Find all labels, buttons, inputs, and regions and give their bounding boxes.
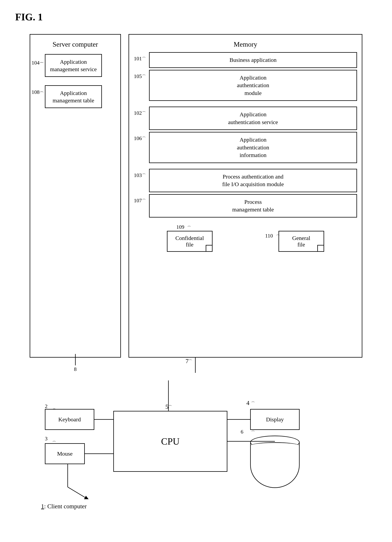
- bottom-section: 2 ⌒ Keyboard 3 ⌒ Mouse CPU 5 ⌒ 4 ⌒ Displ…: [30, 380, 362, 514]
- memory-item-101: 101⌒ Business application: [134, 52, 357, 68]
- client-label: 1: Client computer: [41, 503, 87, 510]
- memory-item-106: 106⌒ Applicationauthenticationinformatio…: [134, 132, 357, 163]
- confidential-file-box: Confidentialfile: [167, 231, 212, 252]
- memory-item-105: 105⌒ Applicationauthenticationmodule: [134, 70, 357, 101]
- memory-label: Memory: [134, 40, 357, 48]
- server-label: Server computer: [53, 40, 98, 48]
- app-mgmt-table-box: Application management table: [45, 85, 102, 108]
- keyboard-box: Keyboard: [45, 409, 94, 430]
- memory-item-107: 107⌒ Processmanagement table: [134, 194, 357, 217]
- cpu-box: CPU: [113, 411, 227, 472]
- ref-109: 109: [176, 224, 184, 230]
- ref-104: 104: [32, 60, 40, 66]
- app-mgmt-service-box: Application management service: [45, 54, 102, 77]
- server-computer-box: Server computer 104 ⌒ Application manage…: [30, 34, 121, 358]
- ref-2: 2: [45, 403, 48, 409]
- ref-110: 110: [265, 233, 273, 239]
- general-file-box: Generalfile: [279, 231, 324, 252]
- memory-item-103: 103⌒ Process authentication andfile I/O …: [134, 169, 357, 192]
- mouse-box: Mouse: [45, 443, 85, 464]
- files-section: 109 ⌒ Confidentialfile 110 ⌒ Generalfile: [134, 231, 357, 252]
- page-title: FIG. 1: [15, 11, 377, 23]
- svg-line-6: [68, 487, 87, 499]
- ref-108: 108: [32, 89, 40, 95]
- memory-box: Memory 101⌒ Business application 105⌒ Ap…: [128, 34, 362, 358]
- display-box: Display: [250, 409, 300, 430]
- storage-cylinder: 6 ⌒: [250, 436, 300, 495]
- svg-marker-7: [84, 496, 89, 499]
- ref-6: 6: [241, 429, 243, 435]
- ref-3: 3: [45, 436, 48, 442]
- memory-item-102: 102⌒ Applicationauthentication service: [134, 107, 357, 130]
- ref-4: 4: [246, 400, 249, 406]
